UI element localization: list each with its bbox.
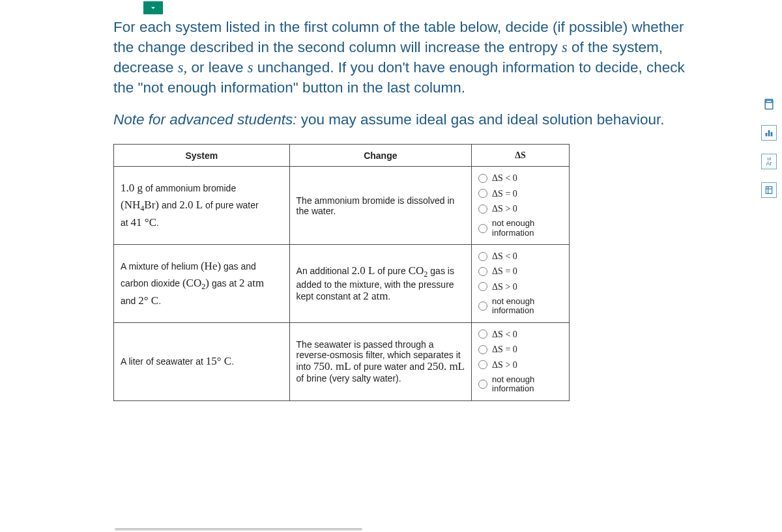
text: . <box>158 296 161 306</box>
text: and <box>121 296 138 306</box>
options-cell: ΔS < 0 ΔS = 0 ΔS > 0 not enough informat… <box>472 167 570 245</box>
value: 41 °C <box>131 216 156 229</box>
svg-rect-8 <box>766 187 772 194</box>
text: of pure water and <box>351 361 427 372</box>
formula-part: (NH <box>121 199 140 211</box>
system-cell: A mixture of helium (He) gas and carbon … <box>114 245 290 323</box>
svg-rect-7 <box>771 132 773 137</box>
radio-ds-lt-0[interactable] <box>478 252 487 261</box>
instructions-text: For each system listed in the first colu… <box>113 17 704 98</box>
value: 2 atm <box>239 277 264 289</box>
option-label: ΔS = 0 <box>492 189 517 199</box>
option-label: ΔS > 0 <box>492 204 517 214</box>
value: 750. mL <box>313 360 351 372</box>
svg-rect-6 <box>768 130 770 136</box>
instructions-part: or leave <box>187 59 248 76</box>
text: carbon dioxide <box>121 278 182 288</box>
formula-part: Br) <box>144 199 159 211</box>
ar-element-icon: 18Ar <box>766 157 772 167</box>
text: A mixture of helium <box>121 261 201 272</box>
option-label: not enough information <box>492 219 562 238</box>
text: of ammonium bromide <box>143 183 236 193</box>
text: of pure <box>375 266 408 276</box>
radio-ds-eq-0[interactable] <box>478 345 487 354</box>
text: . <box>156 217 159 228</box>
text: gas and <box>221 261 256 272</box>
radio-ds-gt-0[interactable] <box>478 204 487 214</box>
header-change: Change <box>289 145 472 167</box>
entropy-symbol: s, <box>178 59 187 76</box>
text: at <box>121 217 131 228</box>
radio-ds-eq-0[interactable] <box>478 189 487 198</box>
radio-ds-lt-0[interactable] <box>478 174 487 183</box>
text: . <box>231 356 234 367</box>
text: of pure water <box>203 200 259 210</box>
change-cell: An additional 2.0 L of pure CO2 gas is a… <box>289 245 472 323</box>
change-text: The ammonium bromide is dissolved in the… <box>297 195 455 216</box>
entropy-symbol: s <box>562 39 568 55</box>
entropy-symbol: s <box>248 59 253 76</box>
barchart-icon <box>764 128 774 138</box>
horizontal-scrollbar[interactable] <box>115 528 362 531</box>
right-toolbar: 18Ar <box>761 96 777 198</box>
formula: (He) <box>201 260 221 272</box>
option-label: not enough information <box>492 297 562 316</box>
option-label: not enough information <box>492 375 562 394</box>
radio-ds-gt-0[interactable] <box>478 282 487 291</box>
option-label: ΔS < 0 <box>492 173 517 183</box>
chevron-down-icon <box>149 3 158 12</box>
radio-not-enough-info[interactable] <box>478 380 487 389</box>
svg-rect-5 <box>766 133 768 136</box>
barchart-button[interactable] <box>761 125 777 141</box>
radio-not-enough-info[interactable] <box>478 224 487 233</box>
value: 2.0 L <box>179 199 203 211</box>
change-cell: The seawater is passed through a reverse… <box>289 322 472 400</box>
radio-ds-eq-0[interactable] <box>478 267 487 276</box>
option-label: ΔS < 0 <box>492 329 517 339</box>
periodic-table-button[interactable]: 18Ar <box>761 154 777 169</box>
header-ds-label: ΔS <box>515 150 526 160</box>
formula-part: (CO <box>182 277 201 289</box>
options-cell: ΔS < 0 ΔS = 0 ΔS > 0 not enough informat… <box>472 245 570 323</box>
system-cell: A liter of seawater at 15° C. <box>114 322 290 400</box>
header-ds: ΔS <box>472 145 570 167</box>
value: 250. mL <box>427 360 465 372</box>
change-cell: The ammonium bromide is dissolved in the… <box>289 167 472 245</box>
text: gas at <box>209 278 239 288</box>
calculator-icon <box>762 98 775 111</box>
sheet-icon <box>764 185 774 195</box>
radio-not-enough-info[interactable] <box>478 301 487 311</box>
table-row: A liter of seawater at 15° C. The seawat… <box>114 322 570 400</box>
text: An additional <box>297 266 352 276</box>
table-row: A mixture of helium (He) gas and carbon … <box>114 245 570 323</box>
question-content: For each system listed in the first colu… <box>0 0 730 408</box>
svg-rect-1 <box>766 100 772 102</box>
value: 1.0 g <box>121 182 143 194</box>
text: and <box>159 200 179 210</box>
text: A liter of seawater at <box>121 356 206 367</box>
value: 15° C <box>206 355 231 367</box>
option-label: ΔS = 0 <box>492 266 517 276</box>
option-label: ΔS = 0 <box>492 344 517 354</box>
note-rest: you may assume ideal gas and ideal solut… <box>297 111 664 128</box>
advanced-note: Note for advanced students: you may assu… <box>113 109 704 130</box>
value: 2.0 L <box>351 264 375 277</box>
value: 2 atm <box>363 290 388 302</box>
header-system: System <box>114 145 290 167</box>
note-emphasis: Note for advanced students: <box>113 111 297 128</box>
entropy-table: System Change ΔS 1.0 g of ammonium bromi… <box>113 144 570 400</box>
options-cell: ΔS < 0 ΔS = 0 ΔS > 0 not enough informat… <box>472 322 570 400</box>
text: . <box>388 291 391 301</box>
system-cell: 1.0 g of ammonium bromide (NH4Br) and 2.… <box>114 167 290 245</box>
radio-ds-gt-0[interactable] <box>478 360 487 369</box>
text: of brine (very salty water). <box>297 373 401 384</box>
option-label: ΔS > 0 <box>492 282 517 292</box>
radio-ds-lt-0[interactable] <box>478 329 487 339</box>
dropdown-toggle[interactable] <box>143 1 163 14</box>
calculator-button[interactable] <box>761 96 777 112</box>
formula-part: CO <box>409 264 424 277</box>
value: 2° C <box>138 294 158 307</box>
table-row: 1.0 g of ammonium bromide (NH4Br) and 2.… <box>114 167 570 245</box>
option-label: ΔS < 0 <box>492 251 517 261</box>
data-sheet-button[interactable] <box>761 182 777 198</box>
